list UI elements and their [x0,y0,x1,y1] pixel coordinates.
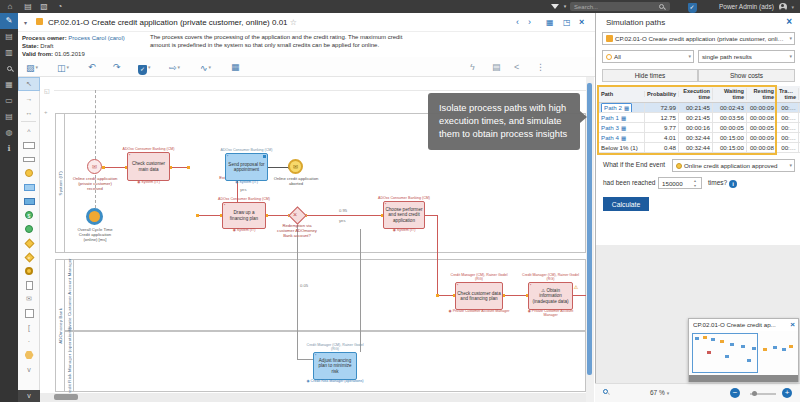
calculate-button[interactable]: Calculate [603,197,649,211]
palette-item-bracket[interactable]: [ [18,320,40,334]
palette-item-data-object[interactable] [18,278,40,292]
more-icon[interactable]: ⋮ [536,60,545,74]
palette-item-lane[interactable] [18,152,40,166]
column-header[interactable]: Path [599,91,645,97]
insert-image-icon[interactable]: ▨▾ [26,60,38,74]
cell-path[interactable]: Path 4▦ [599,133,645,142]
minimap-viewport[interactable] [692,333,758,373]
presentation-icon[interactable]: ▦ [231,60,240,74]
palette-item-resource-event[interactable] [18,222,40,236]
palette-item-start-event[interactable] [18,166,40,180]
event-end[interactable]: ✉ [288,159,303,174]
model-select[interactable]: CP.02.01-O Create credit application (pr… [602,32,795,45]
share-icon[interactable]: < [514,60,519,74]
new-tab-icon[interactable]: ▤ [22,0,34,13]
palette-item-spacing[interactable]: ↔ [18,105,40,119]
minimap-thumbnail[interactable] [689,331,798,375]
palette-item-hexagon[interactable] [18,348,40,362]
task-choose-performer-and-send-cred[interactable]: Choose performer and send credit applica… [383,201,425,229]
back-icon[interactable]: ‹ [516,17,519,27]
collapse-caret-icon[interactable]: ▾ [24,19,27,26]
table-row[interactable]: Path 3▦9.7700:00:1600:00:0500:00:0500:… [599,123,800,133]
save-icon[interactable]: ◫▾ [57,60,69,74]
analysis-icon[interactable]: ∿▾ [200,60,211,74]
fullscreen-icon[interactable]: ◳ [563,18,571,27]
task-check-customer-main-data[interactable]: Check customer main data▪ADOxx Consumer … [127,152,170,181]
palette-item-gateway-plus[interactable]: + [18,250,40,264]
home-icon[interactable]: ⌂ [4,0,16,13]
info-icon[interactable]: ℹ [0,141,18,157]
document-icon[interactable]: ▤ [0,109,18,125]
table-row[interactable]: Below 1% (1)0.4800:32:4400:15:0000:00:08… [599,143,800,153]
filter-caret-icon[interactable]: ▾ [561,0,569,13]
canvas-crosshair-icon[interactable]: + [44,109,48,115]
end-event-select[interactable]: Online credit application approved▾ [672,159,795,172]
redo-icon[interactable]: ↷ [113,60,121,74]
favorite-star-icon[interactable]: ☆ [290,18,297,27]
palette-item-connector[interactable]: → [18,91,40,105]
vscroll-thumb[interactable] [587,83,592,375]
panel-close-icon[interactable]: × [786,16,792,27]
palette-more-button[interactable]: v [18,390,40,402]
horizontal-scrollbar[interactable] [40,393,586,402]
task-check-customer-data-and-financ[interactable]: Check customer data and financing plan▪C… [455,282,503,310]
monitor-icon[interactable]: ▭ [0,93,18,109]
info-icon[interactable]: i [729,180,737,188]
search-icon[interactable] [0,61,18,77]
owner-link[interactable]: Process Carol (carol) [68,35,124,41]
undo-icon[interactable]: ↶ [88,60,96,74]
zoom-slider[interactable] [750,393,776,395]
canvas-grid-icon[interactable]: ◱ [44,87,50,94]
palette-item-gateway[interactable] [18,236,40,250]
table-row[interactable]: Path 2▦72.9900:21:4500:02:4300:00:0900:… [599,103,800,113]
search-icon[interactable] [656,0,666,13]
export-icon[interactable]: ⇨▾ [169,60,180,74]
user-menu[interactable]: Power Admin (ads) ▾ [719,0,794,13]
palette-item-pool[interactable] [18,138,40,152]
zoom-slider-knob[interactable] [752,391,757,396]
keyboard-icon[interactable]: ▦ [0,77,18,93]
open-model-icon[interactable]: ▧ [38,0,50,13]
column-header[interactable]: Execution time [679,88,713,100]
column-header[interactable]: Probability [645,91,679,97]
table-row[interactable]: Path 4▦4.0100:32:4400:15:0000:00:0900:… [599,133,800,143]
layers-icon[interactable]: ▤ [492,60,501,74]
palette-item-subprocess[interactable] [18,194,40,208]
validate-icon[interactable]: ✓▾ [138,60,151,74]
column-header[interactable]: Waiting time [713,88,747,100]
book-icon[interactable]: ▥ [0,45,18,61]
recent-icon[interactable]: ◔ [54,0,66,13]
task-adjust-financing-plan-to-minim[interactable]: Adjust financing plan to minimize risk▪C… [313,352,357,380]
minimap-scrollbar[interactable] [689,375,798,382]
hide-times-button[interactable]: Hide times [602,69,698,82]
cell-path[interactable]: Path 1▦ [599,113,645,122]
zoom-in-button[interactable]: + [782,388,792,398]
cell-path[interactable]: Path 2▦ [599,103,645,112]
event-message[interactable]: ✉ [87,159,102,174]
zoom-level[interactable]: 67 % ▾ [650,389,669,396]
simulate-icon[interactable]: ϟ [470,60,475,74]
palette-item-end-event[interactable] [18,264,40,278]
zoom-tool-icon[interactable] [603,388,608,395]
cell-path[interactable]: Path 3▦ [599,123,645,132]
search-input[interactable] [570,2,670,11]
palette-item-group[interactable] [18,306,40,320]
task-obtain-information-inadequate-[interactable]: ⚠ Obtain information (inadequate data)▪C… [528,282,573,310]
task-send-proposal-for-appointment[interactable]: Send proposal for appointment▪ADOxx Cons… [225,153,268,181]
edit-icon[interactable]: ✎ [0,13,18,29]
palette-item-message[interactable]: ✉ [18,292,40,306]
vertical-scrollbar[interactable] [586,77,594,402]
palette-item-cursor[interactable]: ↖ [18,77,40,91]
report-icon[interactable]: ▤ [0,29,18,45]
forward-icon[interactable]: › [528,17,531,27]
column-header[interactable]: Transport time [777,88,799,100]
results-mode-select[interactable]: single path results▾ [698,50,795,63]
minimap-close-icon[interactable]: × [790,320,795,329]
shield-check-icon[interactable]: ✓ [686,0,698,13]
filter-select[interactable]: All▾ [602,50,694,63]
palette-item-task[interactable] [18,180,40,194]
close-model-icon[interactable]: × [579,17,584,27]
zoom-out-button[interactable]: − [730,388,740,398]
table-row[interactable]: Path 1▦12.7500:21:4500:03:5600:00:0800:… [599,113,800,123]
palette-item-expand[interactable]: v [18,362,40,376]
